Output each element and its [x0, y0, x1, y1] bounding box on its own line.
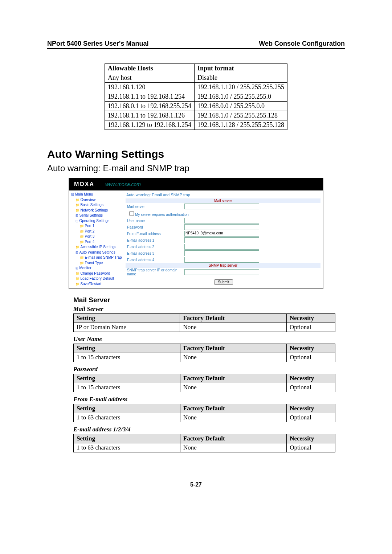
form-label: Password [126, 224, 183, 230]
hosts-cell: 192.168.0.1 to 192.168.255.254 [105, 102, 194, 111]
submit-button[interactable]: Submit [214, 279, 233, 285]
table-row: 1 to 63 charactersNoneOptional [74, 443, 335, 452]
setting-group-title: Password [73, 366, 345, 373]
settings-cell: IP or Domain Name [74, 323, 180, 332]
allowable-hosts-table: Allowable HostsInput format Any hostDisa… [105, 63, 287, 130]
tree-item[interactable]: Monitor [70, 266, 123, 271]
mail-server-heading: Mail Server [73, 296, 345, 304]
tree-item[interactable]: Overview [70, 197, 123, 203]
auth-checkbox-row: My server requires authentication [126, 210, 320, 217]
hosts-cell: Disable [195, 73, 287, 83]
settings-header-cell: Setting [74, 374, 180, 383]
hosts-cell: 192.168.1.129 to 192.168.1.254 [105, 120, 194, 130]
tree-item[interactable]: Main Menu [70, 192, 123, 197]
settings-table: SettingFactory DefaultNecessity1 to 15 c… [73, 344, 335, 362]
setting-group-title: Mail Server [73, 305, 345, 313]
settings-cell: None [180, 323, 287, 332]
settings-header-cell: Setting [74, 434, 180, 443]
table-row: 192.168.1.120192.168.1.120 / 255.255.255… [105, 83, 287, 92]
tree-item[interactable]: Auto Warning Settings [70, 250, 123, 255]
header-right: Web Console Configuration [259, 40, 345, 48]
tree-item[interactable]: Basic Settings [70, 202, 123, 208]
tree-item[interactable]: Change Password [70, 271, 123, 276]
snmp-label: SNMP trap server IP or domain name [126, 268, 183, 276]
mail-server-section-head: Mail server [126, 198, 320, 203]
table-row: 1 to 15 charactersNoneOptional [74, 383, 335, 392]
tree-item[interactable]: Port 1 [70, 223, 123, 229]
page-number: 5-27 [47, 481, 345, 488]
tree-item[interactable]: Load Factory Default [70, 276, 123, 282]
settings-cell: None [180, 413, 286, 422]
table-row: 192.168.1.129 to 192.168.1.254192.168.1.… [105, 120, 287, 130]
settings-cell: Optional [287, 353, 335, 362]
hosts-header-cell: Input format [195, 64, 287, 73]
form-input[interactable] [184, 237, 259, 243]
setting-group-title: E-mail address 1/2/3/4 [73, 426, 345, 433]
form-label: E-mail address 3 [126, 250, 183, 257]
tree-item[interactable]: Accessible IP Settings [70, 245, 123, 250]
form-input[interactable] [184, 204, 259, 209]
tree-item[interactable]: Operating Settings [70, 218, 123, 224]
form-input[interactable] [184, 257, 259, 263]
auth-checkbox[interactable] [129, 211, 134, 216]
settings-cell: 1 to 63 characters [74, 413, 180, 422]
form-input[interactable] [184, 244, 259, 250]
tree-item[interactable]: E-mail and SNMP Trap [70, 255, 123, 260]
hosts-cell: 192.168.1.128 / 255.255.255.128 [195, 120, 287, 130]
settings-header-cell: Necessity [287, 314, 335, 323]
settings-header-cell: Necessity [287, 404, 335, 413]
table-row: 1 to 15 charactersNoneOptional [74, 353, 335, 362]
tree-item[interactable]: Event Type [70, 260, 123, 266]
table-row: 192.168.0.1 to 192.168.255.254192.168.0.… [105, 102, 287, 111]
moxa-logo: MOXA [74, 181, 94, 188]
settings-cell: Optional [287, 323, 335, 332]
form-label: From E-mail address [126, 230, 183, 237]
tree-item[interactable]: Save/Restart [70, 282, 123, 287]
settings-header-cell: Necessity [287, 434, 335, 443]
tree-item[interactable]: Port 4 [70, 239, 123, 245]
tree-item[interactable]: Port 2 [70, 229, 123, 234]
settings-table: SettingFactory DefaultNecessity1 to 15 c… [73, 374, 335, 392]
table-row: 192.168.1.1 to 192.168.1.254192.168.1.0 … [105, 92, 287, 102]
settings-header-cell: Factory Default [180, 314, 287, 323]
setting-group-title: User Name [73, 336, 345, 343]
settings-header-cell: Setting [74, 404, 180, 413]
hosts-cell: 192.168.1.0 / 255.255.255.128 [195, 111, 287, 120]
settings-header-cell: Setting [74, 344, 180, 353]
table-row: 1 to 63 charactersNoneOptional [74, 413, 335, 422]
settings-cell: Optional [287, 383, 335, 392]
screenshot-content: Auto warning: Email and SNMP trap Mail s… [124, 190, 323, 288]
header-left: NPort 5400 Series User's Manual [47, 40, 148, 48]
section-title: Auto Warning Settings [47, 148, 345, 160]
page-header: NPort 5400 Series User's Manual Web Cons… [47, 40, 345, 49]
form-label: E-mail address 2 [126, 243, 183, 250]
settings-header-cell: Factory Default [180, 374, 286, 383]
form-input[interactable] [184, 218, 259, 223]
settings-header-cell: Factory Default [180, 434, 286, 443]
settings-table: SettingFactory DefaultNecessity1 to 63 c… [73, 404, 335, 422]
settings-table: SettingFactory DefaultNecessityIP or Dom… [73, 313, 335, 332]
hosts-cell: 192.168.1.1 to 192.168.1.126 [105, 111, 194, 120]
settings-cell: None [180, 443, 286, 452]
tree-item[interactable]: Port 3 [70, 234, 123, 239]
table-row: IP or Domain NameNoneOptional [74, 323, 335, 332]
form-input[interactable] [184, 224, 259, 230]
hosts-cell: 192.168.1.120 [105, 83, 194, 92]
settings-cell: 1 to 63 characters [74, 443, 180, 452]
hosts-header-cell: Allowable Hosts [105, 64, 194, 73]
hosts-cell: 192.168.1.120 / 255.255.255.255 [195, 83, 287, 92]
tree-item[interactable]: Network Settings [70, 208, 123, 213]
form-input[interactable]: NP5410_9@moxa.com [184, 231, 259, 237]
form-label: E-mail address 4 [126, 257, 183, 263]
settings-cell: 1 to 15 characters [74, 353, 180, 362]
web-console-screenshot: MOXA www.moxa.com Main MenuOverviewBasic… [69, 178, 323, 289]
tree-item[interactable]: Serial Settings [70, 213, 123, 218]
content-title: Auto warning: Email and SNMP trap [124, 191, 323, 198]
settings-header-cell: Setting [74, 314, 180, 323]
screenshot-header: MOXA www.moxa.com [69, 178, 323, 190]
hosts-cell: Any host [105, 73, 194, 83]
settings-header-cell: Necessity [287, 344, 335, 353]
form-input[interactable] [184, 250, 259, 256]
snmp-input[interactable] [184, 269, 259, 275]
nav-tree: Main MenuOverviewBasic SettingsNetwork S… [69, 190, 124, 288]
